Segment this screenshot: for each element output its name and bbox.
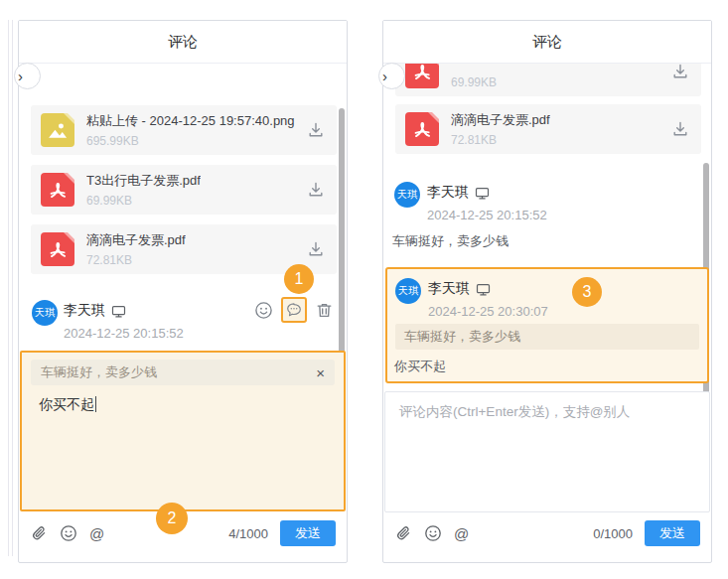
comment-header: 李天琪 xyxy=(427,184,490,202)
file-size: 69.99KB xyxy=(451,75,497,89)
attachment-paperclip-icon[interactable] xyxy=(30,524,48,542)
chevron-right-icon: › xyxy=(382,69,387,83)
panel-title: 评论 xyxy=(19,21,347,64)
download-icon[interactable] xyxy=(307,121,325,139)
reply-text: 你买不起 xyxy=(394,358,446,375)
attachment-item: 滴滴电子发票.pdf 72.81KB xyxy=(395,104,701,154)
emoji-picker-icon[interactable] xyxy=(60,524,77,542)
comment-panel-before: 评论 › 粘贴上传 - 2024-12-25 19:57:40.png 695.… xyxy=(18,20,348,563)
quoted-comment-text: 车辆挺好，卖多少钱 xyxy=(395,324,699,350)
annotation-step-2: 2 xyxy=(156,503,188,534)
quoted-comment-bar: 车辆挺好，卖多少钱 × xyxy=(31,360,335,385)
scrollbar-thumb[interactable] xyxy=(339,108,345,388)
avatar: 天琪 xyxy=(32,300,58,326)
emoji-picker-icon[interactable] xyxy=(424,524,442,542)
pdf-file-icon xyxy=(405,64,439,88)
file-name: 滴滴电子发票.pdf xyxy=(86,231,186,249)
pdf-file-icon xyxy=(405,112,439,146)
file-size: 72.81KB xyxy=(86,253,132,267)
text-cursor xyxy=(95,396,96,412)
file-size: 695.99KB xyxy=(86,134,139,148)
pdf-file-icon xyxy=(41,173,74,207)
comment-date: 2024-12-25 20:15:52 xyxy=(427,208,547,222)
compose-toolbar: @ 0/1000 发送 xyxy=(384,513,710,553)
device-monitor-icon xyxy=(475,186,490,201)
comment-action-row xyxy=(254,297,334,323)
send-button[interactable]: 发送 xyxy=(645,520,700,546)
emoji-reaction-icon[interactable] xyxy=(254,301,273,320)
page-left-edge-divider xyxy=(8,20,13,556)
file-size: 72.81KB xyxy=(451,133,497,147)
close-icon[interactable]: × xyxy=(316,365,325,380)
char-counter: 0/1000 xyxy=(593,526,633,541)
commenter-name: 李天琪 xyxy=(427,184,469,202)
image-file-icon xyxy=(41,113,74,147)
collapse-panel-tab[interactable]: › xyxy=(378,63,405,89)
download-icon[interactable] xyxy=(307,240,325,258)
pdf-file-icon xyxy=(41,232,74,266)
chevron-right-icon: › xyxy=(18,69,23,83)
annotation-step-1: 1 xyxy=(284,264,314,294)
download-icon[interactable] xyxy=(671,64,689,80)
device-monitor-icon xyxy=(476,282,491,297)
panel-title: 评论 xyxy=(383,21,711,64)
attachment-paperclip-icon[interactable] xyxy=(394,524,412,542)
delete-comment-icon[interactable] xyxy=(315,301,334,320)
file-size: 69.99KB xyxy=(86,194,132,208)
comment-input[interactable] xyxy=(397,401,689,501)
comment-compose-box xyxy=(384,391,710,512)
reply-compose-box[interactable]: 车辆挺好，卖多少钱 × 你买不起 xyxy=(20,351,346,511)
avatar: 天琪 xyxy=(394,182,420,208)
download-icon[interactable] xyxy=(671,120,689,138)
reply-icon-highlight-box xyxy=(281,297,307,323)
device-monitor-icon xyxy=(111,304,126,319)
avatar: 天琪 xyxy=(395,278,421,304)
attachment-item: 69.99KB xyxy=(395,64,701,96)
attachment-item: T3出行电子发票.pdf 69.99KB xyxy=(31,165,337,215)
file-name: 滴滴电子发票.pdf xyxy=(451,111,550,129)
collapse-panel-tab[interactable]: › xyxy=(14,63,41,89)
comment-text: 车辆挺好，卖多少钱 xyxy=(392,232,509,250)
reply-comment-icon[interactable] xyxy=(285,301,303,319)
comment-header: 李天琪 xyxy=(64,302,126,320)
quoted-comment-text: 车辆挺好，卖多少钱 xyxy=(41,363,316,381)
file-name: T3出行电子发票.pdf xyxy=(86,172,201,190)
compose-input-text[interactable]: 你买不起 xyxy=(39,396,96,414)
comment-date: 2024-12-25 20:15:52 xyxy=(64,326,184,341)
file-name: 粘贴上传 - 2024-12-25 19:57:40.png xyxy=(86,112,295,130)
attachment-item: 粘贴上传 - 2024-12-25 19:57:40.png 695.99KB xyxy=(31,105,337,155)
char-counter: 4/1000 xyxy=(228,526,268,541)
mention-at-icon[interactable]: @ xyxy=(89,526,104,541)
commenter-name: 李天琪 xyxy=(64,302,105,320)
comment-panel-after: 评论 › 69.99KB 滴滴电子发票.pdf 72.81KB 天琪 李天琪 2… xyxy=(382,20,712,563)
send-button[interactable]: 发送 xyxy=(280,520,336,546)
mention-at-icon[interactable]: @ xyxy=(454,526,469,541)
comment-date: 2024-12-25 20:30:07 xyxy=(428,304,548,319)
commenter-name: 李天琪 xyxy=(428,280,470,298)
comment-header: 李天琪 xyxy=(428,280,491,298)
annotation-step-3: 3 xyxy=(572,277,602,307)
download-icon[interactable] xyxy=(307,181,325,199)
posted-reply-highlight-block: 天琪 李天琪 2024-12-25 20:30:07 车辆挺好，卖多少钱 你买不… xyxy=(385,267,709,383)
